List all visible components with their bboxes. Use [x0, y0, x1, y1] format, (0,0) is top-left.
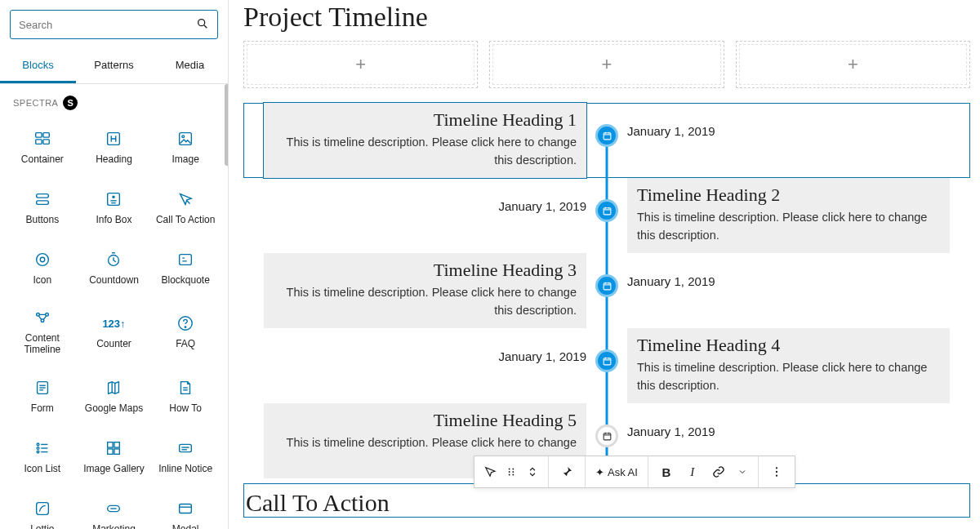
- pin-button[interactable]: [554, 459, 580, 485]
- drag-handle-icon[interactable]: [501, 459, 522, 485]
- column-appender-2[interactable]: +: [489, 41, 724, 88]
- tab-blocks[interactable]: Blocks: [0, 49, 76, 83]
- svg-point-8: [182, 136, 185, 138]
- bold-button[interactable]: B: [653, 459, 679, 485]
- columns-block[interactable]: + + +: [243, 41, 970, 88]
- block-type-button[interactable]: [479, 459, 501, 485]
- timeline-description[interactable]: This is timeline description. Please cli…: [274, 284, 577, 320]
- more-rich-text-button[interactable]: [732, 459, 753, 485]
- block-call-to-action[interactable]: Call To Action: [149, 177, 221, 238]
- heading-icon: [104, 129, 123, 149]
- block-countdown[interactable]: Countdown: [78, 238, 150, 298]
- timeline-heading[interactable]: Timeline Heading 2: [637, 184, 940, 206]
- cta-block[interactable]: Call To Action: [243, 483, 970, 518]
- svg-rect-40: [180, 444, 192, 451]
- block-label: Countdown: [89, 274, 139, 286]
- timeline-date[interactable]: January 1, 2019: [627, 103, 950, 138]
- svg-rect-10: [36, 201, 48, 205]
- modal-icon: [176, 499, 195, 518]
- page-title[interactable]: Project Timeline: [243, 0, 970, 41]
- block-info-box[interactable]: Info Box: [78, 177, 150, 238]
- search-box[interactable]: [10, 10, 218, 39]
- svg-rect-2: [36, 132, 42, 137]
- cta-heading-text[interactable]: Call To Action: [244, 489, 390, 516]
- block-container[interactable]: Container: [7, 117, 78, 177]
- block-form[interactable]: Form: [7, 366, 78, 426]
- block-google-maps[interactable]: Google Maps: [78, 366, 150, 426]
- content-timeline-block[interactable]: Timeline Heading 1 This is timeline desc…: [243, 103, 970, 478]
- timeline-date[interactable]: January 1, 2019: [627, 403, 950, 438]
- gallery-icon: [104, 438, 123, 458]
- svg-point-74: [776, 467, 777, 469]
- block-icon-list[interactable]: Icon List: [7, 426, 78, 487]
- block-content-timeline[interactable]: Content Timeline: [7, 298, 78, 366]
- block-label: Lottie: [30, 523, 54, 529]
- block-lottie[interactable]: Lottie: [7, 487, 78, 529]
- svg-point-71: [512, 469, 514, 470]
- svg-rect-38: [108, 448, 113, 453]
- block-label: Blockquote: [161, 274, 209, 286]
- svg-point-20: [45, 313, 48, 317]
- plus-icon: +: [602, 54, 612, 75]
- timeline-date[interactable]: January 1, 2019: [264, 178, 586, 213]
- timeline-heading[interactable]: Timeline Heading 1: [274, 109, 577, 131]
- block-image-gallery[interactable]: Image Gallery: [78, 426, 150, 487]
- block-inline-notice[interactable]: Inline Notice: [149, 426, 221, 487]
- timeline-description[interactable]: This is timeline description. Please cli…: [637, 209, 940, 245]
- block-counter[interactable]: 123↑ Counter: [78, 298, 150, 366]
- icon-icon: [33, 250, 52, 269]
- svg-point-16: [40, 257, 45, 262]
- block-label: Call To Action: [156, 214, 216, 225]
- options-button[interactable]: [764, 459, 790, 485]
- map-icon: [104, 378, 123, 398]
- timeline-marker-icon: [595, 124, 618, 147]
- svg-rect-4: [36, 140, 42, 144]
- block-label: Icon List: [24, 463, 60, 474]
- inserter-tabs: Blocks Patterns Media: [0, 49, 228, 84]
- svg-rect-60: [604, 358, 611, 364]
- block-faq[interactable]: FAQ: [149, 298, 221, 366]
- svg-point-75: [776, 471, 777, 473]
- block-marketing[interactable]: Marketing: [78, 487, 150, 529]
- timeline-icon: [33, 308, 52, 327]
- icon-list-icon: [33, 438, 52, 458]
- svg-rect-18: [180, 254, 192, 264]
- block-image[interactable]: Image: [149, 117, 221, 177]
- link-button[interactable]: [706, 459, 732, 485]
- timeline-description[interactable]: This is timeline description. Please cli…: [274, 134, 577, 170]
- timeline-date[interactable]: January 1, 2019: [627, 253, 950, 288]
- svg-rect-9: [36, 193, 48, 198]
- plus-icon: +: [848, 54, 858, 75]
- svg-rect-43: [36, 502, 48, 514]
- svg-point-23: [185, 327, 185, 327]
- timeline-heading[interactable]: Timeline Heading 3: [274, 260, 577, 281]
- column-appender-1[interactable]: +: [243, 41, 478, 88]
- timeline-heading[interactable]: Timeline Heading 4: [637, 335, 940, 356]
- column-appender-3[interactable]: +: [736, 41, 970, 88]
- image-icon: [176, 129, 195, 149]
- scrollbar-thumb[interactable]: [225, 84, 228, 166]
- move-up-down-button[interactable]: [522, 459, 543, 485]
- timeline-heading[interactable]: Timeline Heading 5: [274, 410, 577, 431]
- block-heading[interactable]: Heading: [78, 117, 150, 177]
- timeline-description[interactable]: This is timeline description. Please cli…: [637, 359, 940, 395]
- block-modal[interactable]: Modal: [149, 487, 221, 529]
- block-blockquote[interactable]: Blockquote: [149, 238, 221, 298]
- block-label: Icon: [33, 274, 51, 286]
- block-how-to[interactable]: How To: [149, 366, 221, 426]
- block-label: Image: [172, 153, 198, 165]
- tab-patterns[interactable]: Patterns: [76, 49, 152, 83]
- italic-button[interactable]: I: [679, 459, 706, 485]
- search-input[interactable]: [19, 19, 196, 31]
- timeline-date[interactable]: January 1, 2019: [264, 328, 586, 363]
- block-label: Inline Notice: [158, 463, 212, 474]
- block-buttons[interactable]: Buttons: [7, 177, 78, 238]
- timeline-marker-icon: [595, 274, 618, 297]
- search-icon: [196, 17, 209, 33]
- sparkle-icon: ✦: [595, 466, 604, 478]
- ask-ai-button[interactable]: ✦ Ask AI: [590, 466, 643, 478]
- tab-media[interactable]: Media: [152, 49, 228, 83]
- block-icon[interactable]: Icon: [7, 238, 78, 298]
- block-label: Modal: [172, 523, 199, 529]
- svg-point-0: [198, 19, 205, 25]
